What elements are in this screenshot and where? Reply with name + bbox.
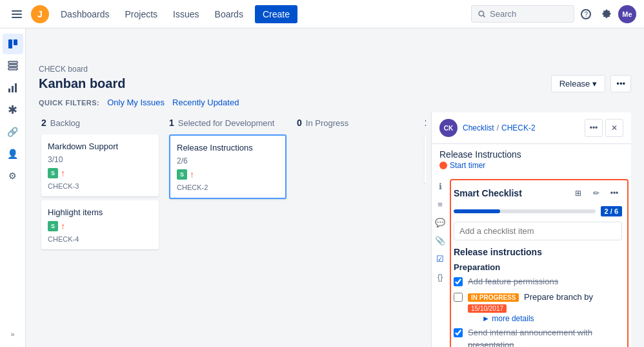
svg-rect-8 [14,39,17,45]
svg-rect-9 [8,61,17,63]
selected-name: Selected for Development [178,118,275,128]
comment-icon[interactable]: 💬 [433,215,447,229]
checklist-icon[interactable]: ☑ [433,251,447,266]
panel-close-button[interactable]: ✕ [605,119,623,137]
progress-bar [454,209,596,213]
filters-row: QUICK FILTERS: Only My Issues Recently U… [26,92,644,112]
sidebar-board-icon[interactable] [3,34,23,54]
svg-line-4 [483,15,485,17]
card-icons: S ↑ [177,169,279,180]
backlog-count: 2 [41,118,46,128]
card-key: CHECK-2 [177,184,279,191]
priority-icon: ↑ [61,221,65,231]
start-timer-button[interactable]: Start timer [439,160,623,174]
column-selected: 1 Selected for Development Release Instr… [166,112,289,347]
info-icon[interactable]: ℹ [433,179,447,193]
nav-dashboards[interactable]: Dashboards [54,5,116,23]
more-details-link[interactable]: ► more details [468,314,593,323]
svg-rect-12 [8,89,10,92]
hamburger-button[interactable] [8,5,26,23]
checklist-edit-button[interactable]: ✏ [589,185,604,201]
board-title: Kanban board [39,76,125,91]
done-body: My First Issue S ↑ CHECK-1 [422,132,426,347]
panel-title-area: Release Instructions Start timer [432,144,631,176]
sidebar-backlog-icon[interactable] [3,56,23,76]
sidebar-settings-icon[interactable]: ⚙ [3,165,23,186]
checklist-more-button[interactable]: ••• [607,185,622,201]
kanban-area: 2 Backlog Markdown Support 3/10 S ↑ CHEC… [26,112,644,347]
help-button[interactable]: ? [577,5,595,23]
create-button[interactable]: Create [255,5,297,23]
priority-icon: ↑ [61,168,65,178]
panel-issue-title: Release Instructions [439,149,623,160]
backlog-body: Markdown Support 3/10 S ↑ CHECK-3 Highli… [39,132,161,347]
nav-issues[interactable]: Issues [166,5,205,23]
settings-button[interactable] [598,5,616,23]
user-avatar[interactable]: Me [618,5,636,23]
sidebar-expand-button[interactable]: » [3,326,23,342]
timer-dot [439,162,447,169]
right-panel: CK Checklist / CHECK-2 ••• ✕ Release Ins… [431,112,631,347]
item3-checkbox[interactable] [454,328,463,337]
nav-boards[interactable]: Boards [208,5,250,23]
checklist-header: Smart Checklist ⊞ ✏ ••• [454,185,622,201]
panel-breadcrumb-current[interactable]: CHECK-2 [501,123,536,132]
card-subtitle: 3/10 [48,155,152,164]
item1-checkbox[interactable] [454,277,463,286]
column-done: 1 Done My First Issue S ↑ CHECK-1 [422,112,426,347]
item1-text: Add feature permissions [468,276,558,288]
item2-content: IN PROGRESS Prepare branch by 15/10/2017… [468,291,593,323]
story-icon: S [48,168,58,178]
search-input[interactable]: Search [471,5,574,23]
card-check1[interactable]: My First Issue S ↑ CHECK-1 [425,134,426,184]
nav-projects[interactable]: Projects [119,5,165,23]
card-check2[interactable]: Release Instructions 2/6 S ↑ CHECK-2 [169,134,287,199]
panel-actions: ••• ✕ [585,119,623,137]
sidebar-user-icon[interactable]: 👤 [3,143,23,164]
column-backlog: 2 Backlog Markdown Support 3/10 S ↑ CHEC… [39,112,161,347]
checklist-filter-button[interactable]: ⊞ [570,185,586,201]
board-more-button[interactable]: ••• [610,75,631,92]
card-check3[interactable]: Markdown Support 3/10 S ↑ CHECK-3 [41,134,159,196]
my-issues-filter[interactable]: Only My Issues [107,98,165,107]
board-breadcrumb: CHECK board [39,65,631,74]
checklist-section-title: Release instructions [454,247,622,257]
item2-checkbox[interactable] [454,293,463,302]
card-icons: S ↑ [48,221,152,231]
panel-avatar: CK [439,119,458,137]
svg-rect-11 [8,68,17,70]
svg-rect-1 [12,14,22,15]
inprogress-body [294,132,417,347]
panel-more-button[interactable]: ••• [585,119,603,137]
card-check4[interactable]: Highlight items S ↑ CHECK-4 [41,200,159,249]
panel-header: CK Checklist / CHECK-2 ••• ✕ [432,112,631,144]
checklist-title: Smart Checklist [454,188,522,198]
release-button[interactable]: Release ▾ [551,75,606,92]
selected-count: 1 [169,118,174,128]
sidebar-bottom: » [3,326,23,347]
sidebar-link-icon[interactable]: 🔗 [3,121,23,142]
svg-point-3 [479,11,484,16]
description-icon[interactable]: ≡ [433,197,447,211]
checklist-container: Smart Checklist ⊞ ✏ ••• 2 / 6 [450,179,629,347]
panel-body: ℹ ≡ 💬 📎 ☑ {} Smart Checklist ⊞ ✏ [432,176,631,347]
sidebar-chart-icon[interactable] [3,78,23,98]
svg-rect-0 [12,10,22,12]
done-count: 1 [425,118,426,128]
selected-body: Release Instructions 2/6 S ↑ CHECK-2 [166,132,289,347]
card-title: Markdown Support [48,141,152,152]
checklist-item-1: Add feature permissions [454,276,622,288]
recently-updated-filter[interactable]: Recently Updated [172,98,239,107]
progress-fill [454,209,500,213]
panel-breadcrumb-parent[interactable]: Checklist [463,123,494,132]
add-item-input[interactable] [454,222,622,240]
main-content: CHECK board Kanban board Release ▾ ••• Q… [26,57,644,347]
column-inprogress: 0 In Progress [294,112,417,347]
card-title: Release Instructions [177,142,279,154]
code-icon[interactable]: {} [433,269,447,284]
panel-breadcrumb: Checklist / CHECK-2 [463,123,579,132]
progress-badge: 2 / 6 [601,206,622,216]
app-logo: J [31,5,49,23]
attachment-icon[interactable]: 📎 [433,233,447,247]
sidebar-star-icon[interactable]: ✱ [3,100,23,120]
